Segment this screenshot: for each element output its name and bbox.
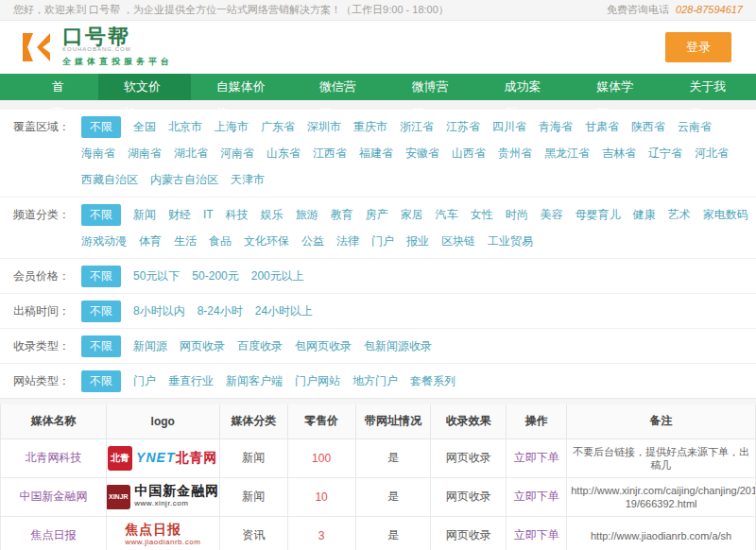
filter-option[interactable]: 福建省	[359, 142, 393, 164]
filter-option[interactable]: 汽车	[436, 203, 458, 226]
filter-option[interactable]: 家电数码	[703, 203, 748, 226]
filter-label: 网站类型：	[13, 370, 81, 392]
filter-option[interactable]: 内蒙古自治区	[150, 168, 218, 191]
filter-option[interactable]: 湖南省	[128, 142, 162, 164]
filter-option[interactable]: 娱乐	[261, 203, 284, 226]
filter-option[interactable]: 报业	[406, 230, 429, 252]
filter-option[interactable]: 新闻	[133, 203, 156, 226]
nav-item-5[interactable]: 成功案例	[478, 74, 571, 100]
media-name-link[interactable]: 焦点日报	[30, 528, 76, 541]
nav-item-7[interactable]: 关于我们	[663, 74, 756, 100]
filter-option[interactable]: 四川省	[492, 115, 526, 138]
login-button[interactable]: 登录	[665, 32, 731, 62]
filter-option[interactable]: 8-24小时	[198, 300, 243, 322]
filter-option[interactable]: 财经	[168, 203, 191, 226]
filter-option[interactable]: 体育	[139, 230, 162, 252]
filter-option[interactable]: 门户网站	[295, 370, 340, 392]
filter-option[interactable]: 时尚	[506, 203, 528, 226]
filter-option[interactable]: 地方门户	[352, 370, 398, 392]
order-now-link[interactable]: 立即下单	[514, 490, 559, 503]
filter-option[interactable]: 房产	[366, 203, 388, 226]
order-now-link[interactable]: 立即下单	[514, 528, 559, 541]
filter-option[interactable]: 江苏省	[446, 115, 480, 138]
filter-option[interactable]: 新闻客户端	[226, 370, 283, 392]
filter-option[interactable]: 甘肃省	[585, 115, 619, 138]
filter-option[interactable]: 江西省	[313, 142, 347, 164]
filter-option[interactable]: 百度收录	[237, 335, 283, 357]
filter-option[interactable]: 垂直行业	[168, 370, 214, 392]
filter-option[interactable]: 西藏自治区	[81, 168, 138, 191]
nav-item-4[interactable]: 微博营销	[387, 74, 479, 100]
filter-option[interactable]: 食品	[209, 230, 232, 252]
filter-option[interactable]: 海南省	[81, 142, 115, 164]
table-row: 北青网科技北青YNET北青网新闻100是网页收录立即下单不要后台链接，提供好点来…	[1, 438, 756, 477]
nav-item-1[interactable]: 软文价格	[98, 74, 191, 100]
filter-option[interactable]: 法律	[336, 230, 359, 252]
filter-option[interactable]: 网页收录	[180, 335, 225, 357]
filter-option[interactable]: 吉林省	[602, 142, 636, 164]
media-name-link[interactable]: 中国新金融网	[19, 490, 87, 503]
filter-option[interactable]: 8小时以内	[133, 300, 185, 322]
filter-option[interactable]: 门户	[133, 370, 156, 392]
filter-option[interactable]: 陕西省	[631, 115, 665, 138]
filter-option[interactable]: 艺术	[668, 203, 691, 226]
filter-option[interactable]: 黑龙江省	[544, 142, 590, 164]
filter-option-selected[interactable]: 不限	[81, 116, 121, 138]
filter-option[interactable]: IT	[203, 203, 214, 226]
filter-option[interactable]: 浙江省	[400, 115, 434, 138]
filter-option[interactable]: 重庆市	[353, 115, 387, 138]
filter-option[interactable]: 美容	[541, 203, 563, 226]
filter-option[interactable]: 旅游	[296, 203, 318, 226]
filter-option[interactable]: 科技	[226, 203, 249, 226]
filter-option[interactable]: 包网页收录	[295, 335, 352, 357]
filter-option[interactable]: 区块链	[441, 230, 475, 252]
nav-item-6[interactable]: 媒体学院	[571, 74, 663, 100]
filter-option[interactable]: 50元以下	[133, 265, 180, 287]
filter-option[interactable]: 工业贸易	[488, 230, 533, 252]
filter-option[interactable]: 新闻源	[133, 335, 167, 357]
filter-option[interactable]: 健康	[633, 203, 656, 226]
filter-option[interactable]: 山西省	[452, 142, 486, 164]
filter-option[interactable]: 套餐系列	[410, 370, 455, 392]
filter-option[interactable]: 女性	[471, 203, 493, 226]
filter-option-selected[interactable]: 不限	[81, 370, 121, 392]
nav-item-0[interactable]: 首页	[26, 74, 98, 100]
media-logo-title: 中国新金融网	[134, 485, 219, 497]
filter-option[interactable]: 包新闻源收录	[364, 335, 432, 357]
filter-option[interactable]: 24小时以上	[255, 300, 313, 322]
filter-option[interactable]: 生活	[174, 230, 197, 252]
filter-option[interactable]: 天津市	[231, 168, 265, 191]
media-logo: 北青YNET北青网	[107, 446, 219, 471]
filter-option[interactable]: 湖北省	[174, 142, 208, 164]
filter-option[interactable]: 文化环保	[244, 230, 289, 252]
filter-option[interactable]: 200元以上	[251, 265, 304, 287]
nav-item-3[interactable]: 微信营销	[294, 74, 387, 100]
filter-option[interactable]: 全国	[133, 115, 156, 138]
media-name-link[interactable]: 北青网科技	[25, 451, 81, 464]
filter-option[interactable]: 广东省	[261, 115, 295, 138]
filter-option[interactable]: 北京市	[168, 115, 202, 138]
filter-option-selected[interactable]: 不限	[81, 335, 121, 357]
filter-option[interactable]: 河北省	[695, 142, 729, 164]
filter-option-selected[interactable]: 不限	[81, 266, 121, 287]
filter-option[interactable]: 母婴育儿	[576, 203, 621, 226]
filter-option[interactable]: 公益	[301, 230, 324, 252]
filter-option[interactable]: 安徽省	[405, 142, 439, 164]
filter-option[interactable]: 门户	[371, 230, 394, 252]
filter-option[interactable]: 家居	[401, 203, 423, 226]
filter-option-selected[interactable]: 不限	[81, 204, 121, 226]
filter-option[interactable]: 上海市	[215, 115, 249, 138]
filter-option[interactable]: 河南省	[220, 142, 254, 164]
filter-option[interactable]: 青海省	[539, 115, 573, 138]
filter-option[interactable]: 深圳市	[307, 115, 341, 138]
filter-option[interactable]: 云南省	[678, 115, 712, 138]
nav-item-2[interactable]: 自媒体价格	[191, 74, 294, 100]
filter-option[interactable]: 贵州省	[498, 142, 532, 164]
filter-option[interactable]: 游戏动漫	[81, 230, 127, 252]
filter-option[interactable]: 50-200元	[192, 265, 238, 287]
filter-option[interactable]: 山东省	[266, 142, 301, 164]
filter-option[interactable]: 教育	[331, 203, 353, 226]
filter-option[interactable]: 辽宁省	[648, 142, 682, 164]
filter-option-selected[interactable]: 不限	[81, 301, 121, 322]
order-now-link[interactable]: 立即下单	[514, 451, 559, 464]
